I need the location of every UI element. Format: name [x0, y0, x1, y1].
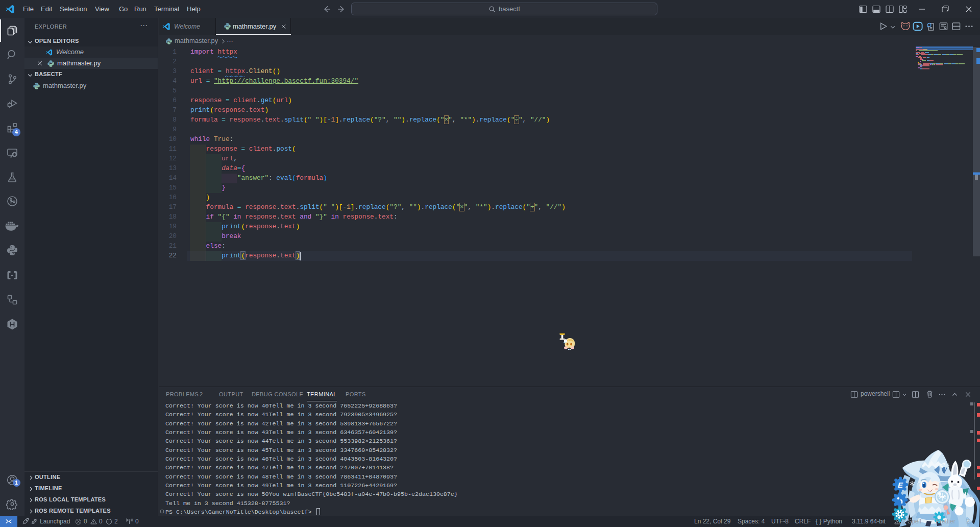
svg-text:E: E [898, 481, 903, 489]
